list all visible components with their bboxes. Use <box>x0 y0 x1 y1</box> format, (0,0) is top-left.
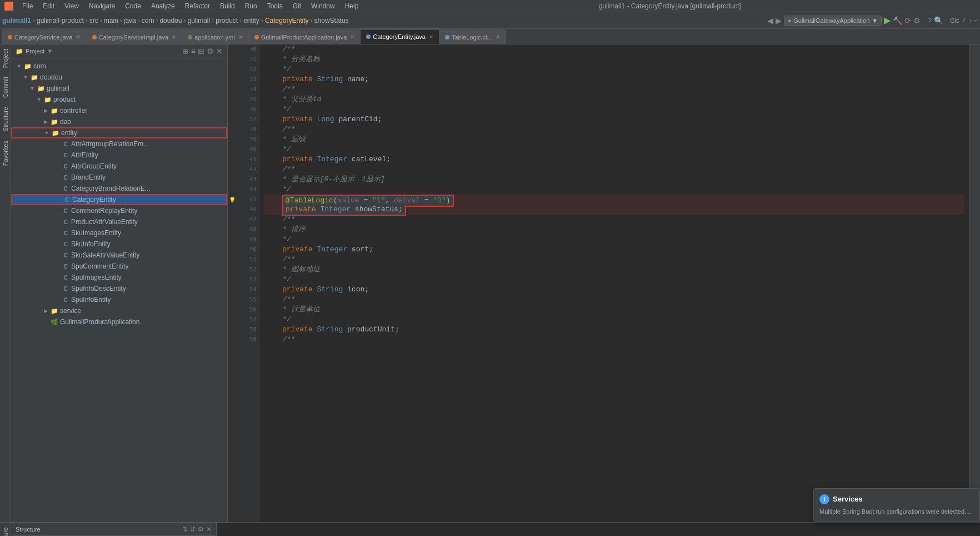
list-item[interactable]: ▶ C AttrGroupEntity <box>11 161 227 172</box>
tab-close[interactable]: ✕ <box>172 34 176 40</box>
breadcrumb-entity[interactable]: entity <box>243 17 259 24</box>
breadcrumb-module[interactable]: gulimall-product <box>37 17 84 24</box>
breadcrumb-method[interactable]: showStatus <box>314 17 349 24</box>
menu-view[interactable]: View <box>60 1 83 11</box>
menu-navigate[interactable]: Navigate <box>84 1 119 11</box>
info-icon: i <box>819 494 829 504</box>
filter-icon[interactable]: ⊟ <box>198 47 204 56</box>
tab-tablelogic[interactable]: TableLogic.cl... ✕ <box>439 29 506 44</box>
collapse-icon[interactable]: ≡ <box>191 47 196 56</box>
breadcrumb-main[interactable]: main <box>104 17 118 24</box>
tab-close[interactable]: ✕ <box>429 34 433 40</box>
tab-close[interactable]: ✕ <box>350 34 354 40</box>
forward-button[interactable]: ▶ <box>776 16 782 25</box>
gutter-icon-34 <box>228 85 237 95</box>
filter-sort-icon[interactable]: ⇵ <box>190 525 196 533</box>
tree-label: com <box>33 62 46 70</box>
search-button[interactable]: 🔍 <box>934 16 943 25</box>
list-item[interactable]: ▶ C BrandEntity <box>11 172 227 183</box>
reload-button[interactable]: ⟳ <box>904 16 911 25</box>
app-logo <box>4 2 13 11</box>
back-button[interactable]: ◀ <box>767 16 773 25</box>
list-item[interactable]: ▶ C SpuInfoEntity <box>11 294 227 305</box>
menu-refactor[interactable]: Refactor <box>181 1 214 11</box>
code-line-47: /** <box>264 215 964 225</box>
breadcrumb-class[interactable]: CategoryEntity <box>265 17 309 24</box>
list-item[interactable]: ▼ 📁 gulimall <box>11 83 227 94</box>
gutter-icon-47 <box>228 215 237 225</box>
list-item[interactable]: ▶ 🌿 GulimallProductApplication <box>11 316 227 327</box>
sync-icon[interactable]: ⊕ <box>182 47 189 56</box>
tab-categoryentity[interactable]: CategoryEntity.java ✕ <box>361 29 439 44</box>
gear-icon[interactable]: ⚙ <box>207 47 214 56</box>
tab-close[interactable]: ✕ <box>496 34 500 40</box>
breadcrumb-java[interactable]: java <box>124 17 136 24</box>
menu-run[interactable]: Run <box>241 1 262 11</box>
java-class-icon: C <box>61 151 70 160</box>
struct-gear-icon[interactable]: ⚙ <box>198 525 204 533</box>
run-config-dropdown[interactable]: ● GulimallGatewayApplication ▼ <box>784 16 882 26</box>
project-vert-tab[interactable]: Project <box>1 44 10 72</box>
build-button[interactable]: 🔨 <box>893 16 902 25</box>
tab-application-yml[interactable]: application.yml ✕ <box>182 29 249 44</box>
tab-categoryserviceimpl[interactable]: CategoryServiceImpl.java ✕ <box>87 29 182 44</box>
list-item[interactable]: ▶ C SkuInfoEntity <box>11 239 227 250</box>
project-panel-arrow[interactable]: ▼ <box>47 48 53 54</box>
menu-file[interactable]: File <box>18 1 37 11</box>
breadcrumb-product[interactable]: product <box>216 17 238 24</box>
gutter-icon-32 <box>228 64 237 75</box>
code-area[interactable]: /** * 分类名称 */ private String name; /** <box>260 44 969 522</box>
help-button[interactable]: ? <box>927 16 932 25</box>
list-item[interactable]: ▶ C AttrAttrgroupRelationEm... <box>11 138 227 150</box>
list-item[interactable]: ▶ C SpuImagesEntity <box>11 272 227 283</box>
breadcrumb-doudou[interactable]: doudou <box>159 17 182 24</box>
run-button[interactable]: ▶ <box>884 15 891 26</box>
code-line-44: */ <box>264 185 964 195</box>
list-item[interactable]: ▶ 📁 controller <box>11 105 227 116</box>
code-content[interactable]: 💡 30 31 32 33 34 <box>228 44 969 522</box>
tab-categoryservice[interactable]: CategoryService.java ✕ <box>2 29 87 44</box>
menu-window[interactable]: Window <box>307 1 339 11</box>
breadcrumb-src[interactable]: src <box>89 17 98 24</box>
list-item[interactable]: ▶ C CategoryEntity <box>11 194 227 205</box>
menu-analyze[interactable]: Analyze <box>147 1 179 11</box>
menu-git[interactable]: Git <box>288 1 306 11</box>
sort-icon[interactable]: ⇅ <box>182 525 188 533</box>
list-item[interactable]: ▶ C ProductAttrValueEntity <box>11 216 227 227</box>
list-item[interactable]: ▼ 📁 entity <box>11 127 227 138</box>
list-item[interactable]: ▶ C CategoryBrandRelationE... <box>11 183 227 194</box>
structure-vert-tab[interactable]: Structure <box>1 102 10 136</box>
tab-gulimallproductapplication[interactable]: GulimallProductApplication.java ✕ <box>249 29 361 44</box>
tab-close[interactable]: ✕ <box>238 34 243 40</box>
list-item[interactable]: ▶ C SkuSaleAttrValueEntity <box>11 250 227 261</box>
list-item[interactable]: ▶ C SpuCommentEntity <box>11 261 227 272</box>
gutter-icon-45[interactable]: 💡 <box>228 195 237 205</box>
list-item[interactable]: ▼ 📁 product <box>11 94 227 105</box>
structure-bottom-tab[interactable]: Structure <box>1 523 10 536</box>
expand-arrow: ▶ <box>42 308 49 314</box>
menu-build[interactable]: Build <box>216 1 239 11</box>
list-item[interactable]: ▼ 📁 doudou <box>11 72 227 83</box>
list-item[interactable]: ▶ C SkuImagesEntity <box>11 227 227 239</box>
breadcrumb-com[interactable]: com <box>142 17 154 24</box>
commit-vert-tab[interactable]: Commit <box>1 72 10 102</box>
menu-tools[interactable]: Tools <box>263 1 287 11</box>
menu-code[interactable]: Code <box>121 1 146 11</box>
breadcrumb-gulimall[interactable]: gulimall <box>187 17 210 24</box>
tab-close[interactable]: ✕ <box>76 34 81 40</box>
settings-button[interactable]: ⚙ <box>913 16 921 25</box>
list-item[interactable]: ▶ C AttrEntity <box>11 150 227 161</box>
list-item[interactable]: ▶ 📁 service <box>11 305 227 316</box>
list-item[interactable]: ▶ C SpuInfoDescEntity <box>11 283 227 294</box>
line-num-43: 43 <box>237 175 260 185</box>
menu-edit[interactable]: Edit <box>38 1 59 11</box>
list-item[interactable]: ▶ C CommentReplayEntity <box>11 205 227 216</box>
breadcrumb-project[interactable]: gulimall1 <box>2 17 31 24</box>
code-line-55: /** <box>264 295 964 305</box>
close-icon[interactable]: ✕ <box>216 47 223 56</box>
menu-help[interactable]: Help <box>341 1 363 11</box>
struct-close-icon[interactable]: ✕ <box>206 525 212 533</box>
list-item[interactable]: ▶ 📁 dao <box>11 116 227 127</box>
list-item[interactable]: ▼ 📁 com <box>11 61 227 72</box>
favorites-vert-tab[interactable]: Favorites <box>1 136 10 170</box>
